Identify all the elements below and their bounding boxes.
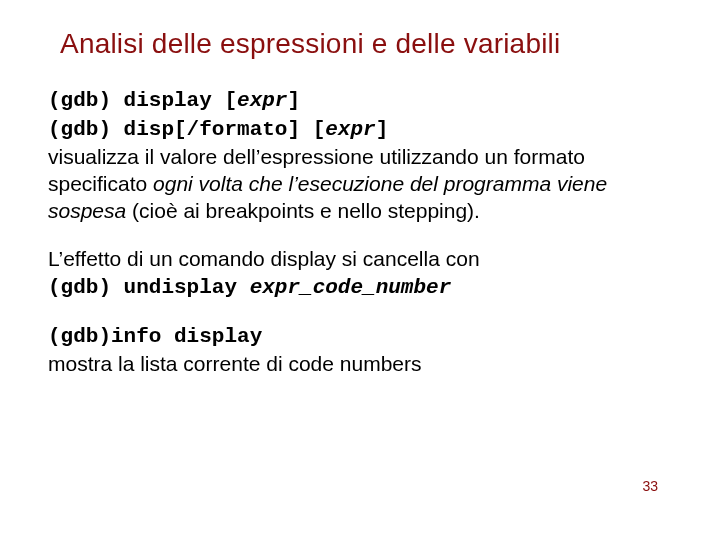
page-number: 33 (642, 478, 658, 494)
code-text: ] (287, 89, 300, 112)
slide: Analisi delle espressioni e delle variab… (0, 0, 720, 378)
code-line-3: (gdb) undisplay expr_code_number (48, 273, 672, 302)
code-arg: expr (237, 89, 287, 112)
body-text: visualizza il valore dell’espressione ut… (48, 144, 672, 225)
code-line-1: (gdb) display [expr] (48, 86, 672, 115)
code-text: (gdb) undisplay (48, 276, 250, 299)
code-arg: expr (325, 118, 375, 141)
paragraph-2: L’effetto di un comando display si cance… (48, 246, 672, 302)
code-text: ] (376, 118, 389, 141)
slide-title: Analisi delle espressioni e delle variab… (60, 28, 672, 60)
slide-body: (gdb) display [expr] (gdb) disp[/formato… (48, 86, 672, 378)
paragraph-1: (gdb) display [expr] (gdb) disp[/formato… (48, 86, 672, 224)
code-text: (gdb) display [ (48, 89, 237, 112)
code-text: (gdb) disp[/formato] [ (48, 118, 325, 141)
body-text: L’effetto di un comando display si cance… (48, 246, 672, 273)
code-line-2: (gdb) disp[/formato] [expr] (48, 115, 672, 144)
paragraph-3: (gdb)info display mostra la lista corren… (48, 324, 672, 378)
text: (cioè ai breakpoints e nello stepping). (126, 199, 480, 222)
code-line-4: (gdb)info display (48, 324, 672, 351)
code-arg: expr_code_number (250, 276, 452, 299)
body-text: mostra la lista corrente di code numbers (48, 351, 672, 378)
